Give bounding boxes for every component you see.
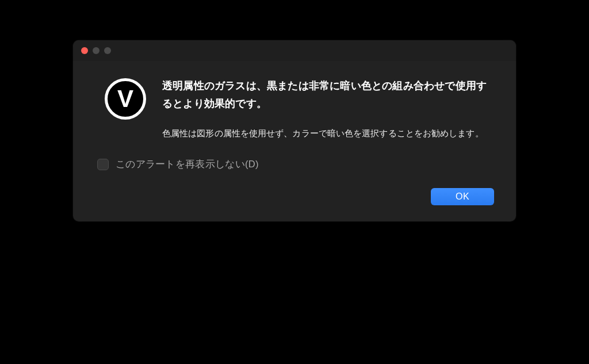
dialog-content: V 透明属性のガラスは、黒または非常に暗い色との組み合わせで使用するとより効果的… [73,61,516,148]
suppress-alert-row: このアラートを再表示しない(D) [73,148,516,174]
window-controls [81,47,111,54]
suppress-alert-label: このアラートを再表示しない(D) [116,158,259,171]
app-icon: V [105,78,146,120]
app-icon-glyph: V [117,87,133,111]
minimize-window-button[interactable] [93,47,100,54]
alert-dialog: V 透明属性のガラスは、黒または非常に暗い色との組み合わせで使用するとより効果的… [73,40,516,221]
suppress-alert-checkbox[interactable] [97,159,109,170]
alert-secondary-text: 色属性は図形の属性を使用せず、カラーで暗い色を選択することをお勧めします。 [162,126,493,142]
close-window-button[interactable] [81,47,88,54]
titlebar [73,40,516,61]
dialog-button-row: OK [73,174,516,221]
ok-button[interactable]: OK [431,188,494,205]
zoom-window-button[interactable] [104,47,111,54]
message-block: 透明属性のガラスは、黒または非常に暗い色との組み合わせで使用するとより効果的です… [162,77,493,142]
alert-primary-text: 透明属性のガラスは、黒または非常に暗い色との組み合わせで使用するとより効果的です… [162,77,493,112]
